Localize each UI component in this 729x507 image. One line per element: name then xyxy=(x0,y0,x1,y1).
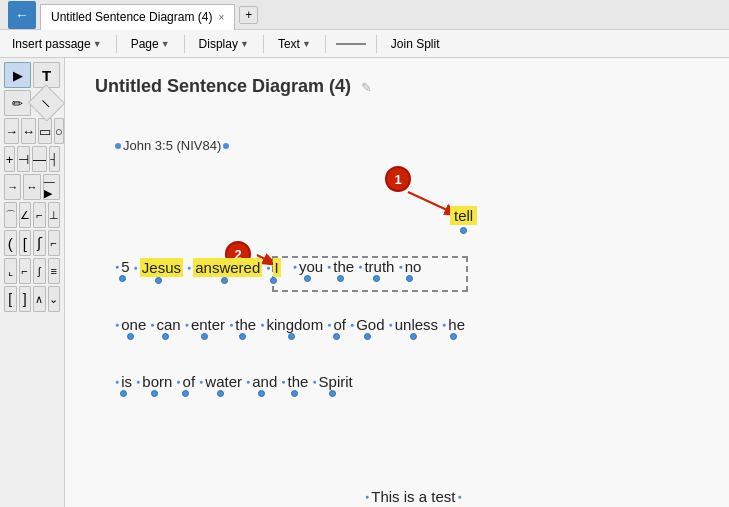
dash-end-tool[interactable]: —▶ xyxy=(43,174,60,200)
dash-h-tool[interactable]: — xyxy=(32,146,47,172)
word-of2-dot[interactable] xyxy=(182,390,189,397)
word-water[interactable]: water xyxy=(205,373,242,390)
chevron-tool[interactable]: ⌄ xyxy=(48,286,61,312)
word-of2[interactable]: of xyxy=(183,373,196,390)
word-unless[interactable]: unless xyxy=(395,316,438,333)
dash-v-tool[interactable]: ┤ xyxy=(49,146,60,172)
word-god[interactable]: God xyxy=(356,316,384,333)
word-5[interactable]: 5 xyxy=(121,258,129,275)
word-spirit[interactable]: Spirit xyxy=(319,373,353,390)
word-jesus-dot[interactable] xyxy=(155,277,162,284)
sq-bracket-tl-tool[interactable]: ⌐ xyxy=(19,258,32,284)
word-the4-container: ● the xyxy=(281,373,308,397)
word-the4[interactable]: the xyxy=(288,373,309,390)
word-tell-dot[interactable] xyxy=(460,227,467,234)
tool-row-7: ( [ ʃ ⌐ xyxy=(4,230,60,256)
word-kingdom-dot[interactable] xyxy=(288,333,295,340)
word-he-dot[interactable] xyxy=(450,333,457,340)
menu-text[interactable]: Text ▼ xyxy=(270,35,319,53)
menu-join[interactable]: Join Split xyxy=(383,35,448,53)
edit-icon[interactable]: ✎ xyxy=(361,80,372,95)
dot-before-one: ● xyxy=(115,321,119,328)
plus-h-tool[interactable]: + xyxy=(4,146,15,172)
word-born[interactable]: born xyxy=(142,373,172,390)
fork-tool[interactable]: ⌐ xyxy=(33,202,45,228)
branch-tool[interactable]: ⊥ xyxy=(48,202,60,228)
word-and-dot[interactable] xyxy=(258,390,265,397)
word-i-dot[interactable] xyxy=(270,277,277,284)
word-the1[interactable]: the xyxy=(333,258,354,275)
word-can[interactable]: can xyxy=(157,316,181,333)
word-kingdom[interactable]: kingdom xyxy=(266,316,323,333)
word-the3[interactable]: the xyxy=(235,316,256,333)
arrow-lr-tool[interactable]: ↔ xyxy=(21,118,36,144)
word-one[interactable]: one xyxy=(121,316,146,333)
diagonal-line-tool[interactable]: ─ xyxy=(28,84,65,121)
word-answered[interactable]: answered xyxy=(193,258,262,277)
dot-before-the3: ● xyxy=(229,321,233,328)
word-of-dot[interactable] xyxy=(333,333,340,340)
arrow-lr2-tool[interactable]: ↔ xyxy=(23,174,40,200)
menu-insert-passage[interactable]: Insert passage ▼ xyxy=(4,35,110,53)
word-tell[interactable]: tell xyxy=(450,206,477,225)
br-close-tool[interactable]: ] xyxy=(19,286,32,312)
word-the4-dot[interactable] xyxy=(291,390,298,397)
menu-display[interactable]: Display ▼ xyxy=(191,35,257,53)
word-is-dot[interactable] xyxy=(120,390,127,397)
angle-l-tool[interactable]: ∠ xyxy=(19,202,31,228)
bible-ref[interactable]: John 3:5 (NIV84) xyxy=(123,138,221,153)
word-i[interactable]: I xyxy=(273,258,281,277)
word-and[interactable]: and xyxy=(252,373,277,390)
word-you-dot[interactable] xyxy=(304,275,311,282)
comma-tool[interactable]: ʃ xyxy=(33,230,46,256)
word-you[interactable]: you xyxy=(299,258,323,275)
word-tell-container: tell xyxy=(450,206,477,234)
tool-row-9: [ ] ∧ ⌄ xyxy=(4,286,60,312)
word-one-dot[interactable] xyxy=(127,333,134,340)
circle-tool[interactable]: ○ xyxy=(54,118,64,144)
word-the3-dot[interactable] xyxy=(239,333,246,340)
word-he[interactable]: he xyxy=(448,316,465,333)
word-truth-dot[interactable] xyxy=(373,275,380,282)
canvas-area[interactable]: Untitled Sentence Diagram (4) ✎ John 3:5… xyxy=(65,58,729,507)
bible-ref-dot-right xyxy=(223,143,229,149)
word-unless-dot[interactable] xyxy=(410,333,417,340)
bracket-l-tool[interactable]: [ xyxy=(19,230,32,256)
word-answered-dot[interactable] xyxy=(221,277,228,284)
step-tool[interactable]: ⌐ xyxy=(48,230,61,256)
br-open-tool[interactable]: [ xyxy=(4,286,17,312)
word-no[interactable]: no xyxy=(405,258,422,275)
cursor-tool[interactable]: ▶ xyxy=(4,62,31,88)
arrow-right-tool[interactable]: → xyxy=(4,118,19,144)
active-tab[interactable]: Untitled Sentence Diagram (4) × xyxy=(40,4,235,30)
pencil-tool[interactable]: ✏ xyxy=(4,90,31,116)
five-line-tool[interactable]: ≡ xyxy=(48,258,61,284)
word-enter-dot[interactable] xyxy=(201,333,208,340)
word-the1-dot[interactable] xyxy=(337,275,344,282)
mountain-tool[interactable]: ∧ xyxy=(33,286,46,312)
word-test[interactable]: This is a test xyxy=(371,488,455,505)
word-enter-container: ● enter xyxy=(185,316,225,340)
word-5-dot[interactable] xyxy=(119,275,126,282)
sq-bracket-bl-tool[interactable]: ⌞ xyxy=(4,258,17,284)
word-no-dot[interactable] xyxy=(406,275,413,282)
plus-v-tool[interactable]: ⊣ xyxy=(17,146,30,172)
word-is[interactable]: is xyxy=(121,373,132,390)
word-born-dot[interactable] xyxy=(151,390,158,397)
word-of[interactable]: of xyxy=(333,316,346,333)
menu-page[interactable]: Page ▼ xyxy=(123,35,178,53)
word-god-dot[interactable] xyxy=(364,333,371,340)
arrow-right2-tool[interactable]: → xyxy=(4,174,21,200)
rect-tool[interactable]: ▭ xyxy=(38,118,52,144)
curve-tl-tool[interactable]: ⌒ xyxy=(4,202,17,228)
word-jesus[interactable]: Jesus xyxy=(140,258,183,277)
word-enter[interactable]: enter xyxy=(191,316,225,333)
paren-l-tool[interactable]: ( xyxy=(4,230,17,256)
tab-close-button[interactable]: × xyxy=(218,12,224,23)
new-tab-button[interactable]: + xyxy=(239,6,258,24)
word-spirit-dot[interactable] xyxy=(329,390,336,397)
word-can-dot[interactable] xyxy=(162,333,169,340)
s-curve-tool[interactable]: ∫ xyxy=(33,258,46,284)
word-truth[interactable]: truth xyxy=(364,258,394,275)
word-water-dot[interactable] xyxy=(217,390,224,397)
